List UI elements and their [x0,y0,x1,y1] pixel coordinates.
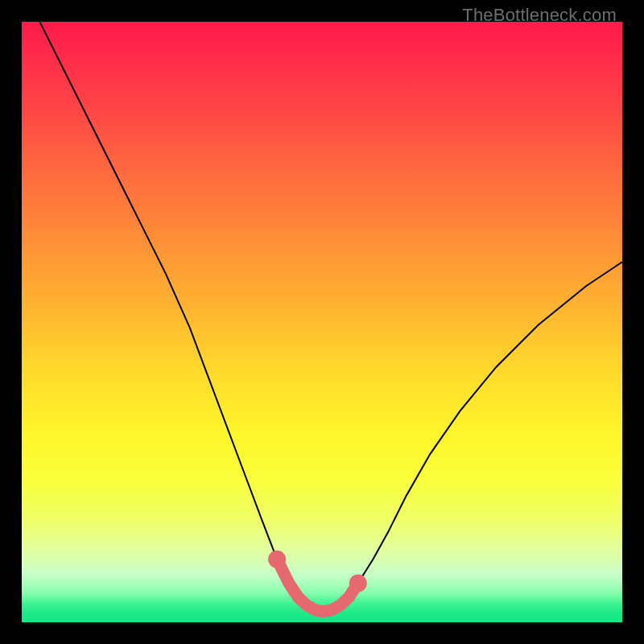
chart-svg [22,22,622,622]
valley-marker-dot [349,575,367,592]
valley-marker-dot [268,551,286,568]
bottleneck-curve [39,22,622,612]
valley-marker-path [277,559,358,612]
chart-frame [22,22,622,622]
bottleneck-curve-path [39,22,622,612]
watermark-text: TheBottleneck.com [462,5,617,26]
valley-marker [268,551,367,612]
